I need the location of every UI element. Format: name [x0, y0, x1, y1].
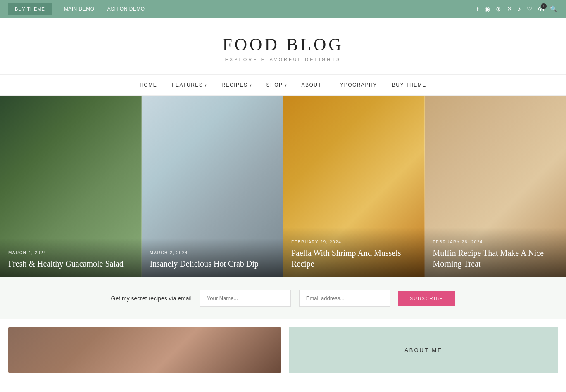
buy-theme-button[interactable]: BUY THEME	[8, 3, 52, 15]
subscribe-text: Get my secret recipes via email	[111, 295, 192, 302]
facebook-icon[interactable]: f	[477, 6, 479, 13]
hero-item-3[interactable]: FEBRUARY 28, 2024 Muffin Recipe That Mak…	[425, 96, 566, 277]
nav-recipes-label[interactable]: RECIPES	[221, 82, 247, 88]
about-me-label: ABOUT ME	[404, 347, 442, 353]
hero-overlay-0: MARCH 4, 2024 Fresh & Healthy Guacamole …	[0, 238, 142, 277]
hero-date-0: MARCH 4, 2024	[8, 250, 133, 255]
cart-badge-count: 1	[541, 3, 547, 9]
hero-overlay-1: MARCH 2, 2024 Insanely Delicious Hot Cra…	[142, 238, 283, 277]
nav-home[interactable]: HOME	[140, 82, 157, 88]
hero-title-0: Fresh & Healthy Guacamole Salad	[8, 258, 133, 269]
nav-shop[interactable]: SHOP ▾	[266, 82, 287, 88]
bottom-section: ABOUT ME	[0, 319, 566, 373]
site-title: FOOD BLOG	[8, 35, 558, 54]
main-nav: HOME FEATURES ▾ RECIPES ▾ SHOP ▾ ABOUT T…	[0, 74, 566, 96]
pinterest-icon[interactable]: ⊕	[496, 5, 501, 13]
hero-item-1[interactable]: MARCH 2, 2024 Insanely Delicious Hot Cra…	[142, 96, 283, 277]
site-header: FOOD BLOG EXPLORE FLAVORFUL DELIGHTS	[0, 18, 566, 74]
bottom-blog-image[interactable]	[8, 327, 281, 373]
nav-features-label[interactable]: FEATURES	[172, 82, 203, 88]
hero-title-2: Paella With Shrimp And Mussels Recipe	[291, 248, 416, 269]
nav-typography[interactable]: TYPOGRAPHY	[336, 82, 377, 88]
top-bar: BUY THEME MAIN DEMO FASHION DEMO f ◉ ⊕ ✕…	[0, 0, 566, 18]
x-icon[interactable]: ✕	[507, 5, 512, 13]
features-chevron: ▾	[205, 83, 207, 87]
nav-recipes[interactable]: RECIPES ▾	[221, 82, 251, 88]
recipes-chevron: ▾	[250, 83, 252, 87]
top-nav-main-demo[interactable]: MAIN DEMO	[64, 6, 95, 12]
top-icons: f ◉ ⊕ ✕ ♪ ♡ 🛍 1 🔍	[477, 5, 558, 13]
top-nav-fashion-demo[interactable]: FASHION DEMO	[105, 6, 145, 12]
nav-features[interactable]: FEATURES ▾	[172, 82, 207, 88]
about-me-box[interactable]: ABOUT ME	[289, 327, 558, 373]
subscribe-button[interactable]: SUBSCRIBE	[398, 291, 455, 306]
hero-date-1: MARCH 2, 2024	[150, 250, 275, 255]
name-input[interactable]	[200, 290, 291, 307]
hero-date-2: FEBRUARY 29, 2024	[291, 240, 416, 244]
instagram-icon[interactable]: ◉	[485, 5, 490, 13]
site-subtitle: EXPLORE FLAVORFUL DELIGHTS	[8, 57, 558, 62]
subscribe-section: Get my secret recipes via email SUBSCRIB…	[0, 277, 566, 319]
hero-title-3: Muffin Recipe That Make A Nice Morning T…	[433, 248, 558, 269]
hero-grid: MARCH 4, 2024 Fresh & Healthy Guacamole …	[0, 96, 566, 277]
top-nav: MAIN DEMO FASHION DEMO	[64, 6, 145, 12]
nav-about[interactable]: ABOUT	[302, 82, 322, 88]
nav-buy-theme[interactable]: BUY THEME	[392, 82, 426, 88]
shop-chevron: ▾	[285, 83, 287, 87]
hero-title-1: Insanely Delicious Hot Crab Dip	[150, 258, 275, 269]
search-icon[interactable]: 🔍	[550, 5, 558, 13]
email-input[interactable]	[299, 290, 390, 307]
heart-icon[interactable]: ♡	[527, 5, 532, 13]
hero-item-0[interactable]: MARCH 4, 2024 Fresh & Healthy Guacamole …	[0, 96, 142, 277]
hero-item-2[interactable]: FEBRUARY 29, 2024 Paella With Shrimp And…	[283, 96, 425, 277]
hero-overlay-2: FEBRUARY 29, 2024 Paella With Shrimp And…	[283, 227, 425, 277]
cart-icon[interactable]: 🛍 1	[538, 6, 544, 13]
tiktok-icon[interactable]: ♪	[518, 6, 521, 13]
hero-date-3: FEBRUARY 28, 2024	[433, 240, 558, 244]
hero-overlay-3: FEBRUARY 28, 2024 Muffin Recipe That Mak…	[425, 227, 566, 277]
nav-shop-label[interactable]: SHOP	[266, 82, 283, 88]
